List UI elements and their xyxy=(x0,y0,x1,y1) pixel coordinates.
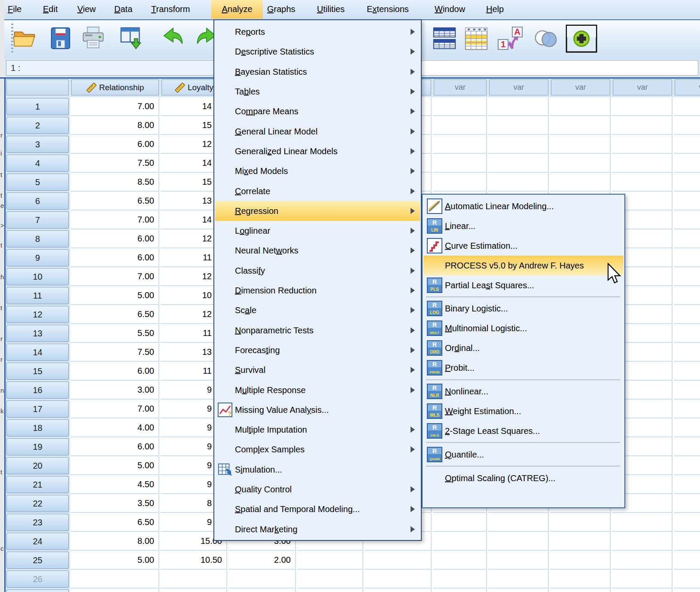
row-header[interactable]: 22 xyxy=(6,495,69,512)
grid-cell[interactable]: 8.00 xyxy=(70,532,159,551)
analyze-item-compare-means[interactable]: Compare Means xyxy=(215,101,420,121)
analyze-item-loglinear[interactable]: Loglinear xyxy=(215,221,420,241)
row-header[interactable]: 26 xyxy=(6,571,69,588)
regression-item-curve-estimation[interactable]: Curve Estimation... xyxy=(423,236,624,256)
grid-cell[interactable]: 6.00 xyxy=(70,362,159,381)
menu-graphs[interactable]: Graphs xyxy=(265,0,297,18)
analyze-item-direct-marketing[interactable]: Direct Marketing xyxy=(215,519,420,539)
grid-cell[interactable] xyxy=(433,154,487,173)
select-cases-icon[interactable] xyxy=(463,24,490,53)
grid-cell[interactable] xyxy=(550,154,611,173)
grid-cell[interactable]: 6.00 xyxy=(70,437,159,456)
grid-cell[interactable]: 6.50 xyxy=(70,513,159,532)
regression-item-probit[interactable]: RPROBProbit... xyxy=(423,358,624,378)
grid-cell[interactable] xyxy=(674,229,700,248)
grid-cell[interactable] xyxy=(550,551,611,570)
grid-cell[interactable] xyxy=(674,551,700,570)
grid-cell[interactable] xyxy=(674,154,700,173)
grid-cell[interactable] xyxy=(488,570,549,589)
analyze-item-classify[interactable]: Classify xyxy=(215,261,420,281)
analyze-item-quality-control[interactable]: Quality Control xyxy=(215,479,420,499)
row-header[interactable]: 4 xyxy=(6,155,69,172)
analyze-item-generalized-linear-models[interactable]: Generalized Linear Models xyxy=(215,141,420,161)
grid-cell[interactable] xyxy=(433,173,487,192)
grid-cell[interactable] xyxy=(488,135,549,154)
grid-cell[interactable]: 6.00 xyxy=(70,248,159,267)
grid-cell[interactable] xyxy=(612,532,673,551)
print-icon[interactable] xyxy=(80,24,107,53)
grid-cell[interactable] xyxy=(674,589,700,592)
grid-cell[interactable] xyxy=(297,551,363,570)
grid-cell[interactable] xyxy=(433,551,487,570)
row-header[interactable]: 9 xyxy=(6,249,69,266)
row-header[interactable]: 12 xyxy=(6,306,69,323)
grid-cell[interactable] xyxy=(433,513,487,532)
row-header[interactable]: 16 xyxy=(6,381,69,399)
analyze-item-multiple-imputation[interactable]: Multiple Imputation xyxy=(215,420,420,439)
open-data-icon[interactable] xyxy=(12,24,39,53)
row-header[interactable]: 6 xyxy=(6,192,69,210)
regression-item-ordinal[interactable]: RORDOrdinal... xyxy=(423,338,624,358)
analyze-item-regression[interactable]: Regression xyxy=(215,201,420,221)
regression-item-2-stage-least-squares[interactable]: R2SLS2-Stage Least Squares... xyxy=(423,421,624,441)
row-header[interactable]: 17 xyxy=(6,400,69,418)
grid-cell[interactable] xyxy=(674,286,700,305)
grid-cell[interactable] xyxy=(674,248,700,267)
grid-cell[interactable] xyxy=(674,513,700,532)
grid-cell[interactable] xyxy=(612,513,673,532)
grid-cell[interactable] xyxy=(674,343,700,362)
analyze-item-neural-networks[interactable]: Neural Networks xyxy=(215,241,420,260)
grid-cell[interactable] xyxy=(674,532,700,551)
regression-item-automatic-linear-modeling[interactable]: Automatic Linear Modeling... xyxy=(423,196,624,216)
grid-cell[interactable] xyxy=(488,551,549,570)
grid-cell[interactable] xyxy=(674,437,700,456)
row-header[interactable] xyxy=(6,589,69,592)
use-variable-sets-icon[interactable] xyxy=(533,24,559,53)
split-file-icon[interactable] xyxy=(431,24,458,53)
row-header[interactable]: 19 xyxy=(6,438,69,455)
regression-item-optimal-scaling-catreg[interactable]: Optimal Scaling (CATREG)... xyxy=(423,468,624,488)
grid-cell[interactable] xyxy=(433,116,487,135)
grid-cell[interactable] xyxy=(433,97,487,116)
grid-cell[interactable] xyxy=(612,154,673,173)
analyze-item-general-linear-model[interactable]: General Linear Model xyxy=(215,122,420,141)
grid-cell[interactable] xyxy=(674,570,700,589)
grid-cell[interactable] xyxy=(433,135,487,154)
extension-plus-icon[interactable] xyxy=(565,24,598,53)
row-header[interactable]: 14 xyxy=(6,344,69,361)
grid-cell[interactable] xyxy=(674,381,700,400)
regression-item-process-v5-0-by-andrew-f-hayes[interactable]: PROCESS v5.0 by Andrew F. Hayes xyxy=(423,256,624,275)
grid-cell[interactable] xyxy=(612,173,673,192)
analyze-item-descriptive-statistics[interactable]: Descriptive Statistics xyxy=(215,42,420,61)
grid-cell[interactable] xyxy=(365,570,432,589)
row-header[interactable]: 15 xyxy=(6,363,69,380)
grid-cell[interactable] xyxy=(488,532,549,551)
grid-cell[interactable] xyxy=(550,116,611,135)
analyze-item-nonparametric-tests[interactable]: Nonparametric Tests xyxy=(215,320,420,340)
grid-cell[interactable] xyxy=(550,513,611,532)
menu-utilities[interactable]: Utilities xyxy=(315,0,346,18)
analyze-item-missing-value-analysis[interactable]: ?Missing Value Analysis... xyxy=(215,400,420,420)
undo-icon[interactable] xyxy=(161,24,187,53)
grid-cell[interactable] xyxy=(674,305,700,324)
analyze-item-complex-samples[interactable]: Complex Samples xyxy=(215,439,420,459)
menu-view[interactable]: View xyxy=(76,0,97,18)
analyze-item-correlate[interactable]: Correlate xyxy=(215,181,420,201)
grid-cell[interactable] xyxy=(674,475,700,494)
grid-cell[interactable] xyxy=(674,362,700,381)
grid-cell[interactable]: 4.50 xyxy=(70,475,159,494)
analyze-item-mixed-models[interactable]: Mixed Models xyxy=(215,161,420,181)
analyze-item-simulation[interactable]: Simulation... xyxy=(215,460,420,479)
grid-cell[interactable]: 7.50 xyxy=(70,343,159,362)
grid-cell[interactable] xyxy=(612,589,673,592)
analyze-item-bayesian-statistics[interactable]: Bayesian Statistics xyxy=(215,62,420,82)
grid-cell[interactable] xyxy=(674,418,700,437)
grid-cell[interactable] xyxy=(161,570,227,589)
grid-cell[interactable]: 7.00 xyxy=(70,97,159,116)
row-header[interactable]: 3 xyxy=(6,136,69,153)
grid-cell[interactable] xyxy=(612,97,673,116)
grid-cell[interactable]: 6.50 xyxy=(70,305,159,324)
grid-cell[interactable] xyxy=(674,456,700,475)
regression-item-multinomial-logistic[interactable]: RMULTMultinomial Logistic... xyxy=(423,318,624,338)
row-header[interactable]: 13 xyxy=(6,325,69,342)
